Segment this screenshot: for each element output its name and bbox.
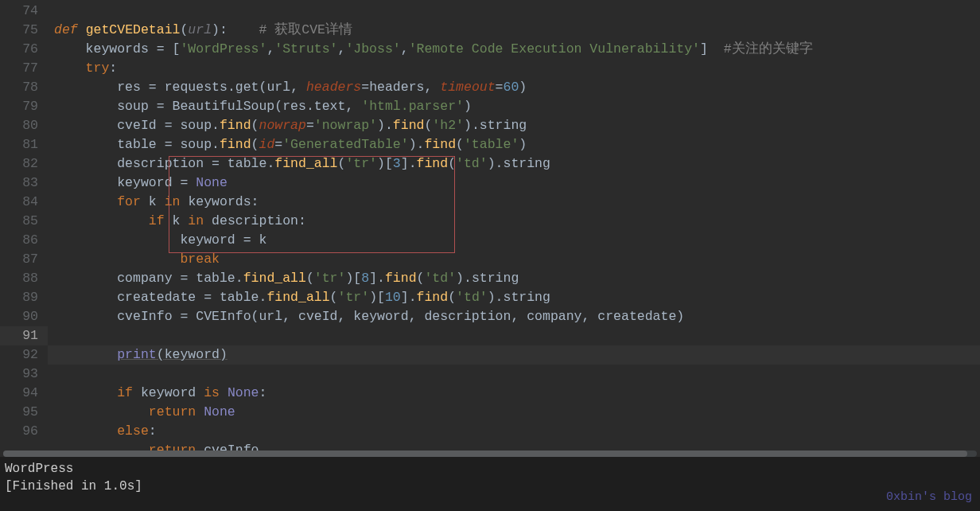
line-number: 77 <box>22 60 38 76</box>
line-number: 92 <box>22 347 38 362</box>
scrollbar-thumb[interactable] <box>3 451 967 457</box>
watermark-text: 0xbin's blog <box>886 489 972 506</box>
code-line[interactable]: break <box>54 252 220 267</box>
line-number: 88 <box>22 271 38 286</box>
line-number: 78 <box>22 80 38 95</box>
code-line[interactable]: keywords = ['WordPress','Struts','Jboss'… <box>54 41 813 57</box>
code-line[interactable]: else: <box>54 423 157 439</box>
line-number: 75 <box>22 22 38 37</box>
code-line[interactable]: createdate = table.find_all('tr')[10].fi… <box>54 290 550 305</box>
line-number-gutter: 74 75 76 77 78 79 80 81 82 83 84 85 86 8… <box>0 0 48 454</box>
line-number: 82 <box>22 156 38 171</box>
horizontal-scrollbar[interactable] <box>3 451 977 457</box>
console-output-line: WordPress <box>5 460 975 478</box>
code-area[interactable]: def getCVEDetail(url): # 获取CVE详情 keyword… <box>48 0 980 454</box>
code-line-current[interactable]: print(keyword) <box>48 345 980 365</box>
code-line[interactable]: cveId = soup.find(nowrap='nowrap').find(… <box>54 118 527 133</box>
line-number: 83 <box>22 175 38 190</box>
code-line[interactable]: company = table.find_all('tr')[8].find('… <box>54 271 519 286</box>
code-line[interactable]: if k in description: <box>54 213 306 228</box>
line-number: 96 <box>22 423 38 439</box>
line-number: 95 <box>22 404 38 419</box>
line-number-current: 91 <box>0 326 48 345</box>
line-number: 89 <box>22 290 38 305</box>
line-number: 86 <box>22 232 38 248</box>
code-line[interactable]: keyword = k <box>54 232 266 248</box>
code-line[interactable]: keyword = None <box>54 175 228 190</box>
line-number: 94 <box>22 385 38 400</box>
line-number: 93 <box>22 366 38 381</box>
line-number: 90 <box>22 309 38 324</box>
line-number: 84 <box>22 194 38 209</box>
line-number: 80 <box>22 118 38 133</box>
output-console[interactable]: WordPress [Finished in 1.0s] 0xbin's blo… <box>0 457 980 511</box>
line-number: 79 <box>22 99 38 114</box>
code-line[interactable]: table = soup.find(id='GeneratedTable').f… <box>54 137 527 152</box>
line-number: 81 <box>22 137 38 152</box>
code-line[interactable]: res = requests.get(url, headers=headers,… <box>54 80 527 95</box>
code-line[interactable]: return None <box>54 404 235 419</box>
code-line[interactable]: def getCVEDetail(url): # 获取CVE详情 <box>54 22 352 37</box>
code-line[interactable]: try: <box>54 60 117 76</box>
line-number: 85 <box>22 213 38 228</box>
line-number: 76 <box>22 41 38 57</box>
line-number: 87 <box>22 252 38 267</box>
line-number: 74 <box>22 3 38 18</box>
code-line[interactable]: cveInfo = CVEInfo(url, cveId, keyword, d… <box>54 309 684 324</box>
code-line[interactable]: for k in keywords: <box>54 194 259 209</box>
code-line[interactable]: soup = BeautifulSoup(res.text, 'html.par… <box>54 99 472 114</box>
code-line[interactable]: if keyword is None: <box>54 385 266 400</box>
code-editor[interactable]: 74 75 76 77 78 79 80 81 82 83 84 85 86 8… <box>0 0 980 454</box>
code-line[interactable]: description = table.find_all('tr')[3].fi… <box>54 156 550 171</box>
console-status-line: [Finished in 1.0s] <box>5 478 975 495</box>
